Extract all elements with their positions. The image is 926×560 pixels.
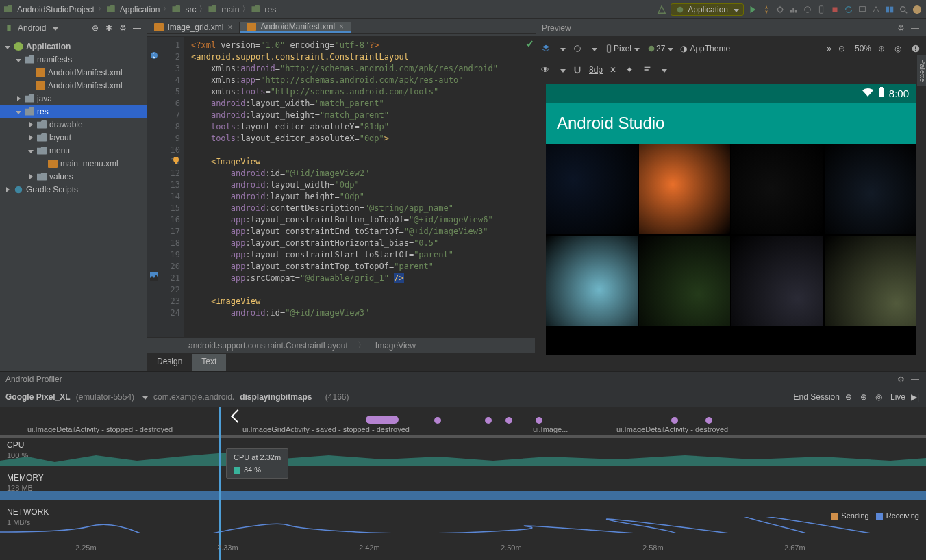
bulb-icon[interactable] [172, 156, 180, 164]
close-icon[interactable]: × [339, 22, 344, 31]
chevron-down-icon[interactable] [50, 23, 58, 33]
tree-manifest-file[interactable]: AndroidManifest.xml [0, 66, 147, 79]
layers-icon[interactable] [541, 44, 551, 53]
tree-drawable[interactable]: drawable [0, 118, 147, 131]
editor-breadcrumb[interactable]: android.support.constraint.ConstraintLay… [147, 337, 535, 353]
zoom-in-icon[interactable]: ⊕ [878, 44, 888, 53]
avatar-icon[interactable] [912, 5, 922, 14]
gear-icon[interactable]: ⚙ [897, 374, 907, 384]
crumb-project[interactable]: AndroidStudioProject [4, 5, 95, 14]
crumb-res[interactable]: res [251, 5, 276, 14]
api-select[interactable]: 27 [647, 44, 673, 53]
tree-main-menu[interactable]: main_menu.xml [0, 157, 147, 170]
zoom-out-icon[interactable]: ⊖ [838, 44, 848, 53]
structure-icon[interactable] [885, 5, 894, 14]
crumb-constraintlayout[interactable]: android.support.constraint.ConstraintLay… [188, 341, 348, 351]
grid-thumbnail[interactable] [546, 236, 638, 326]
grid-thumbnail[interactable] [731, 144, 823, 234]
theme-select[interactable]: ◑AppTheme [680, 44, 730, 53]
tree-values[interactable]: values [0, 170, 147, 183]
make-project-icon[interactable] [657, 5, 666, 14]
apply-changes-icon[interactable] [762, 5, 771, 14]
tab-image-grid[interactable]: image_grid.xml× [147, 22, 240, 33]
profiler-timeline[interactable]: ui.ImageDetailActivity - stopped - destr… [0, 407, 926, 560]
tree-layout[interactable]: layout [0, 131, 147, 144]
playhead[interactable] [219, 407, 221, 560]
locate-icon[interactable]: ✱ [105, 23, 115, 33]
hide-icon[interactable]: — [911, 23, 921, 33]
project-tree[interactable]: Application manifests AndroidManifest.xm… [0, 37, 147, 371]
sync-icon[interactable] [844, 5, 853, 14]
tab-design[interactable]: Design [147, 354, 192, 371]
code-text[interactable]: <?xml version="1.0" encoding="utf-8"?> <… [184, 37, 498, 337]
preview-toolbar2: 👁 8dp ✕ ✦ [536, 60, 926, 79]
hide-icon[interactable]: — [133, 23, 142, 33]
gear-icon[interactable]: ⚙ [897, 23, 907, 33]
device-icon[interactable] [816, 5, 826, 14]
stop-icon[interactable] [830, 5, 840, 14]
eye-icon[interactable]: 👁 [541, 65, 551, 75]
tab-text[interactable]: Text [192, 354, 226, 371]
tree-gradle[interactable]: Gradle Scripts [0, 183, 147, 196]
search-icon[interactable] [899, 5, 908, 14]
tree-java[interactable]: java [0, 92, 147, 105]
preview-image-grid [546, 144, 916, 355]
grid-thumbnail[interactable] [639, 236, 731, 326]
profile-icon[interactable] [789, 5, 799, 14]
grid-thumbnail[interactable] [546, 144, 638, 234]
run-config-select[interactable]: Application [671, 3, 744, 16]
attach-debugger-icon[interactable] [803, 5, 812, 14]
crumb-module[interactable]: Application [107, 5, 160, 14]
avd-manager-icon[interactable] [858, 5, 867, 14]
crumb-src[interactable]: src [172, 5, 196, 14]
code-area[interactable]: 123456789101112131415161718192021222324 … [147, 37, 535, 337]
orientation-icon[interactable] [573, 44, 582, 53]
class-gutter-icon[interactable]: C [150, 51, 158, 60]
crumb-main[interactable]: main [208, 5, 239, 14]
run-icon[interactable] [748, 5, 758, 14]
gear-icon[interactable]: ⚙ [119, 23, 129, 33]
hide-icon[interactable]: — [911, 374, 921, 384]
tree-manifests[interactable]: manifests [0, 53, 147, 66]
clear-constraints-icon[interactable]: ✕ [610, 65, 619, 75]
folder-icon [37, 120, 47, 129]
preview-statusbar: 8:00 [546, 84, 916, 103]
grid-thumbnail[interactable] [825, 144, 916, 234]
inspection-ok-icon[interactable] [525, 40, 534, 50]
align-icon[interactable] [642, 65, 652, 75]
sdk-manager-icon[interactable] [871, 5, 881, 14]
project-panel-header[interactable]: Android ⊖ ✱ ⚙ — [0, 19, 147, 37]
tree-menu[interactable]: menu [0, 144, 147, 157]
zoom-out-icon[interactable]: ⊖ [845, 392, 855, 402]
live-button[interactable]: Live [890, 392, 905, 402]
grid-thumbnail[interactable] [639, 144, 731, 234]
go-live-icon[interactable]: ▶| [911, 392, 921, 402]
palette-tab[interactable]: Palette [916, 55, 926, 86]
warning-icon[interactable] [911, 44, 921, 53]
network-track-label[interactable]: NETWORK [7, 507, 49, 517]
tab-manifest[interactable]: AndroidManifest.xml× [240, 22, 351, 33]
zoom-fit-icon[interactable]: ◎ [894, 44, 904, 53]
grid-thumbnail[interactable] [731, 236, 823, 326]
magnet-icon[interactable] [573, 65, 582, 75]
infer-constraints-icon[interactable]: ✦ [626, 65, 636, 75]
profiler-device[interactable]: Google Pixel_XL [5, 392, 71, 402]
debug-icon[interactable] [775, 5, 785, 14]
tree-manifest-file[interactable]: AndroidManifest.xml [0, 79, 147, 92]
tree-app[interactable]: Application [0, 40, 147, 53]
more-icon[interactable]: » [827, 44, 831, 53]
zoom-in-icon[interactable]: ⊕ [860, 392, 870, 402]
default-margin[interactable]: 8dp [589, 65, 603, 75]
tree-res[interactable]: res [0, 105, 147, 118]
crumb-imageview[interactable]: ImageView [375, 341, 416, 351]
collapse-icon[interactable]: ⊖ [92, 23, 101, 33]
chevron-down-icon[interactable] [140, 392, 148, 402]
close-icon[interactable]: × [227, 23, 232, 32]
device-preview[interactable]: 8:00 Android Studio [546, 84, 916, 355]
memory-track-label[interactable]: MEMORY [7, 473, 44, 483]
grid-thumbnail[interactable] [825, 236, 916, 326]
end-session-button[interactable]: End Session [794, 392, 840, 402]
image-gutter-icon[interactable] [150, 272, 158, 281]
zoom-reset-icon[interactable]: ◎ [875, 392, 885, 402]
device-select[interactable]: Pixel [604, 44, 640, 53]
